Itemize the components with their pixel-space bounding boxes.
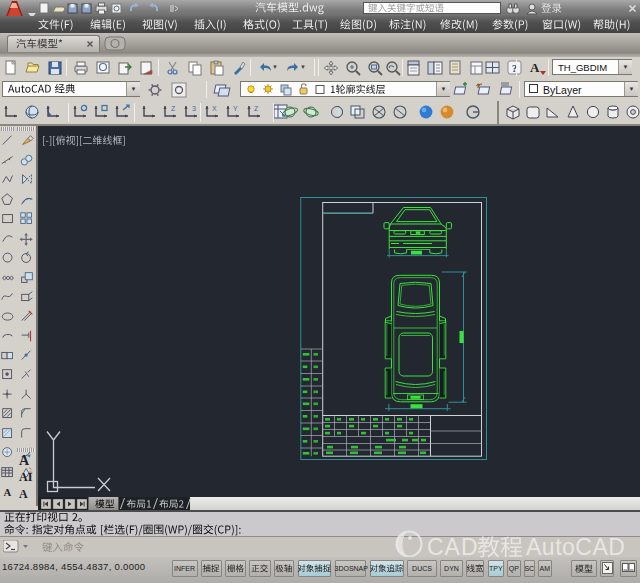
svg-text:3: 3 — [192, 105, 196, 112]
svg-text:A: A — [530, 60, 540, 75]
svg-text:X: X — [212, 105, 217, 112]
svg-text:Y: Y — [233, 105, 238, 112]
svg-text:A: A — [4, 487, 12, 498]
svg-text:Z: Z — [171, 105, 176, 112]
svg-text:Z: Z — [254, 105, 259, 112]
